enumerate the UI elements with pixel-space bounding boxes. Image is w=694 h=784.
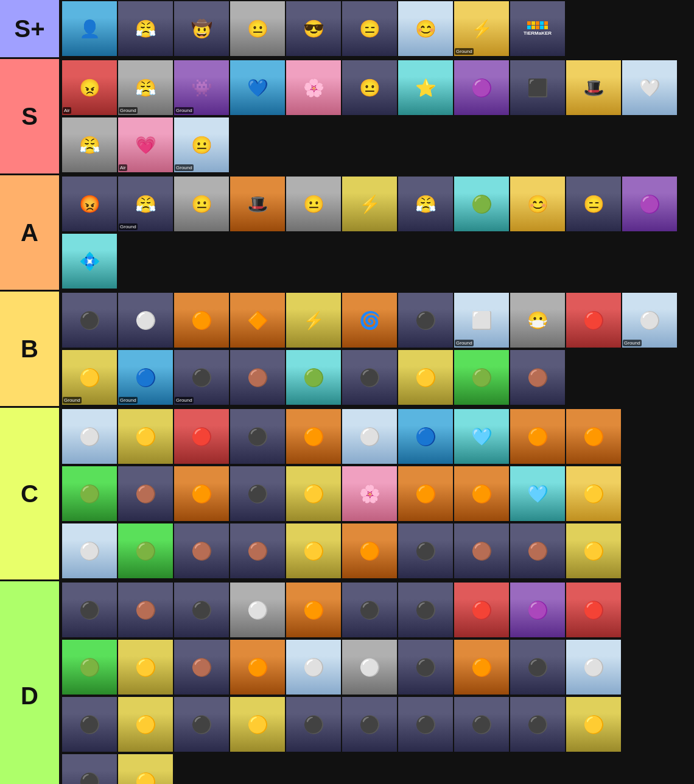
- char-a-12[interactable]: 💠: [62, 234, 117, 289]
- char-d-4[interactable]: ⚪: [230, 583, 285, 637]
- char-splus-8[interactable]: ⚡ Ground: [454, 1, 509, 56]
- char-b-3[interactable]: 🟠: [174, 293, 229, 348]
- char-b-12[interactable]: 🟡Ground: [62, 350, 117, 405]
- char-b-1[interactable]: ⚫: [62, 293, 117, 348]
- char-d-2[interactable]: 🟤: [118, 583, 173, 637]
- char-c-9[interactable]: 🟠: [510, 409, 565, 464]
- char-d-7[interactable]: ⚫: [398, 583, 453, 637]
- char-b-20[interactable]: 🟤: [510, 350, 565, 405]
- char-s-13[interactable]: 💗Air: [118, 117, 173, 172]
- char-c-18[interactable]: 🟠: [454, 466, 509, 521]
- char-c-5[interactable]: 🟠: [286, 409, 341, 464]
- char-c-30[interactable]: 🟡: [566, 523, 621, 578]
- char-a-2[interactable]: 😤Ground: [118, 177, 173, 231]
- char-c-23[interactable]: 🟤: [174, 523, 229, 578]
- char-d-12[interactable]: 🟡: [118, 640, 173, 695]
- char-c-14[interactable]: ⚫: [230, 466, 285, 521]
- char-b-18[interactable]: 🟡: [398, 350, 453, 405]
- char-c-16[interactable]: 🌸: [342, 466, 397, 521]
- char-b-13[interactable]: 🔵Ground: [118, 350, 173, 405]
- char-c-24[interactable]: 🟤: [230, 523, 285, 578]
- char-c-4[interactable]: ⚫: [230, 409, 285, 464]
- char-d-22[interactable]: 🟡: [118, 697, 173, 752]
- char-b-9[interactable]: 😷: [510, 293, 565, 348]
- char-c-28[interactable]: 🟤: [454, 523, 509, 578]
- char-d-27[interactable]: ⚫: [398, 697, 453, 752]
- char-c-19[interactable]: 🩵: [510, 466, 565, 521]
- char-d-30[interactable]: 🟡: [566, 697, 621, 752]
- char-c-26[interactable]: 🟠: [342, 523, 397, 578]
- char-s-9[interactable]: ⬛: [510, 60, 565, 115]
- char-b-2[interactable]: ⚪: [118, 293, 173, 348]
- char-d-13[interactable]: 🟤: [174, 640, 229, 695]
- char-d-26[interactable]: ⚫: [342, 697, 397, 752]
- char-c-13[interactable]: 🟠: [174, 466, 229, 521]
- char-b-6[interactable]: 🌀: [342, 293, 397, 348]
- char-d-6[interactable]: ⚫: [342, 583, 397, 637]
- char-s-7[interactable]: ⭐: [398, 60, 453, 115]
- char-d-16[interactable]: ⚪: [342, 640, 397, 695]
- char-c-8[interactable]: 🩵: [454, 409, 509, 464]
- char-a-8[interactable]: 🟢: [454, 177, 509, 231]
- char-c-17[interactable]: 🟠: [398, 466, 453, 521]
- char-splus-9[interactable]: TiERMaKER: [510, 1, 565, 56]
- char-s-14[interactable]: 😐Ground: [174, 117, 229, 172]
- char-c-29[interactable]: 🟤: [510, 523, 565, 578]
- char-splus-2[interactable]: 😤: [118, 1, 173, 56]
- char-d-14[interactable]: 🟠: [230, 640, 285, 695]
- char-a-6[interactable]: ⚡: [342, 177, 397, 231]
- char-s-4[interactable]: 💙: [230, 60, 285, 115]
- char-s-12[interactable]: 😤: [62, 117, 117, 172]
- char-c-2[interactable]: 🟡: [118, 409, 173, 464]
- char-d-19[interactable]: ⚫: [510, 640, 565, 695]
- char-b-5[interactable]: ⚡: [286, 293, 341, 348]
- char-d-24[interactable]: 🟡: [230, 697, 285, 752]
- char-b-4[interactable]: 🔶: [230, 293, 285, 348]
- char-c-15[interactable]: 🟡: [286, 466, 341, 521]
- char-d-15[interactable]: ⚪: [286, 640, 341, 695]
- char-d-32[interactable]: 🟡: [118, 754, 173, 784]
- char-b-8[interactable]: ⬜Ground: [454, 293, 509, 348]
- char-s-1[interactable]: 😠Air: [62, 60, 117, 115]
- char-b-11[interactable]: ⚪Ground: [622, 293, 677, 348]
- char-d-31[interactable]: ⚫: [62, 754, 117, 784]
- char-c-1[interactable]: ⚪: [62, 409, 117, 464]
- char-d-9[interactable]: 🟣: [510, 583, 565, 637]
- char-b-15[interactable]: 🟤: [230, 350, 285, 405]
- char-a-9[interactable]: 😊: [510, 177, 565, 231]
- char-a-10[interactable]: 😑: [566, 177, 621, 231]
- char-s-8[interactable]: 🟣: [454, 60, 509, 115]
- char-c-12[interactable]: 🟤: [118, 466, 173, 521]
- char-d-17[interactable]: ⚫: [398, 640, 453, 695]
- char-splus-4[interactable]: 😐: [230, 1, 285, 56]
- char-c-22[interactable]: 🟢: [118, 523, 173, 578]
- char-d-21[interactable]: ⚫: [62, 697, 117, 752]
- char-d-20[interactable]: ⚪: [566, 640, 621, 695]
- char-d-5[interactable]: 🟠: [286, 583, 341, 637]
- char-s-3[interactable]: 👾Ground: [174, 60, 229, 115]
- char-c-27[interactable]: ⚫: [398, 523, 453, 578]
- char-s-6[interactable]: 😐: [342, 60, 397, 115]
- char-c-7[interactable]: 🔵: [398, 409, 453, 464]
- char-b-7[interactable]: ⚫: [398, 293, 453, 348]
- char-a-7[interactable]: 😤: [398, 177, 453, 231]
- char-d-28[interactable]: ⚫: [454, 697, 509, 752]
- char-d-3[interactable]: ⚫: [174, 583, 229, 637]
- char-b-19[interactable]: 🟢: [454, 350, 509, 405]
- char-d-29[interactable]: ⚫: [510, 697, 565, 752]
- char-c-21[interactable]: ⚪: [62, 523, 117, 578]
- char-d-1[interactable]: ⚫: [62, 583, 117, 637]
- char-c-6[interactable]: ⚪: [342, 409, 397, 464]
- char-c-3[interactable]: 🔴: [174, 409, 229, 464]
- char-c-11[interactable]: 🟢: [62, 466, 117, 521]
- char-a-1[interactable]: 😡: [62, 177, 117, 231]
- char-b-16[interactable]: 🟢: [286, 350, 341, 405]
- char-c-25[interactable]: 🟡: [286, 523, 341, 578]
- char-b-10[interactable]: 🔴: [566, 293, 621, 348]
- char-s-11[interactable]: 🤍: [622, 60, 677, 115]
- char-s-5[interactable]: 🌸: [286, 60, 341, 115]
- char-s-10[interactable]: 🎩: [566, 60, 621, 115]
- char-a-3[interactable]: 😐: [174, 177, 229, 231]
- char-splus-7[interactable]: 😊: [398, 1, 453, 56]
- char-s-2[interactable]: 😤Ground: [118, 60, 173, 115]
